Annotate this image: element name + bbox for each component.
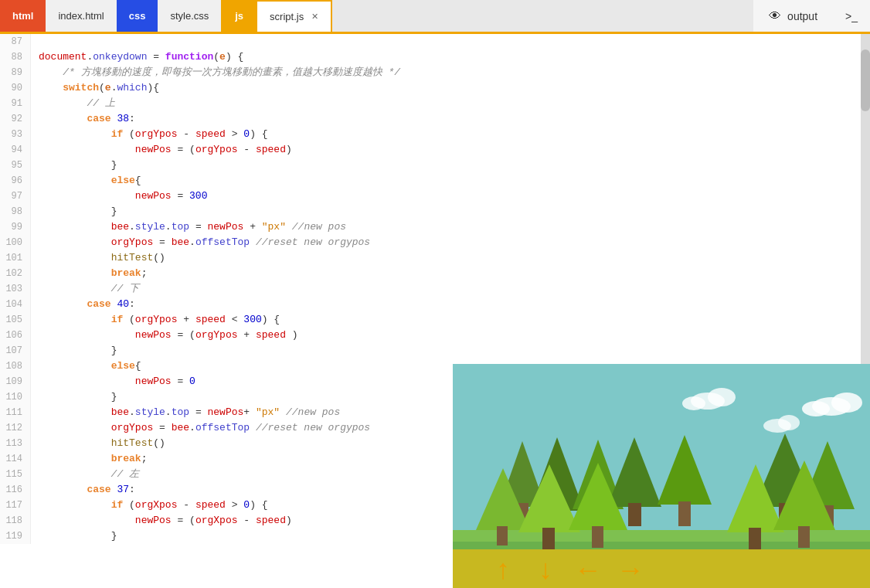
table-row: 117 if (orgXpos - speed > 0) { (0, 498, 443, 513)
line-num: 108 (0, 359, 31, 374)
line-num: 101 (0, 250, 31, 266)
table-row: 118 newPos = (orgXpos - speed) (0, 513, 443, 529)
svg-text:→: → (622, 556, 639, 587)
line-num: 94 (0, 142, 31, 158)
tab-js-label: js (235, 10, 243, 22)
table-row: 116 case 37: (0, 482, 443, 498)
line-num: 99 (0, 219, 31, 235)
line-num: 116 (0, 482, 31, 498)
line-num: 98 (0, 204, 31, 219)
output-tab[interactable]: 👁 output (753, 0, 833, 32)
table-row: 101 hitTest() (0, 250, 443, 266)
line-num: 107 (0, 343, 31, 359)
line-content: hitTest() (31, 436, 443, 451)
line-num: 103 (0, 281, 31, 297)
line-num: 93 (0, 127, 31, 142)
table-row: 114 break; (0, 451, 443, 467)
line-num: 111 (0, 405, 31, 420)
tab-js-lang[interactable]: js (221, 0, 257, 32)
line-content: /* 方塊移動的速度，即每按一次方塊移動的畫素，值越大移動速度越快 */ (31, 65, 443, 80)
line-content: if (orgXpos - speed > 0) { (31, 498, 443, 513)
svg-text:↓: ↓ (537, 556, 554, 587)
table-row: 103 // 下 (0, 281, 443, 297)
line-num: 88 (0, 49, 31, 65)
table-row: 92 case 38: (0, 111, 443, 127)
line-num: 118 (0, 513, 31, 529)
table-row: 108 else{ (0, 359, 443, 374)
table-row: 87 (0, 34, 443, 49)
tab-js-file[interactable]: script.js ✕ (257, 0, 332, 32)
line-content: break; (31, 451, 443, 467)
line-num: 96 (0, 173, 31, 189)
line-num: 110 (0, 389, 31, 405)
main-content: 87 88 document.onkeydown = function(e) {… (0, 34, 870, 588)
table-row: 94 newPos = (orgYpos - speed) (0, 142, 443, 158)
line-content: if (orgYpos + speed < 300) { (31, 312, 443, 328)
tab-html-lang[interactable]: html (0, 0, 46, 32)
table-row: 100 orgYpos = bee.offsetTop //reset new … (0, 235, 443, 250)
svg-rect-33 (749, 528, 761, 549)
line-num: 119 (0, 529, 31, 544)
tab-css-file[interactable]: style.css (158, 0, 221, 32)
line-num: 113 (0, 436, 31, 451)
line-content: else{ (31, 173, 443, 189)
line-content: // 左 (31, 467, 443, 482)
table-row: 110 } (0, 389, 443, 405)
line-content: newPos = (orgXpos - speed) (31, 513, 443, 529)
line-num: 115 (0, 467, 31, 482)
table-row: 104 case 40: (0, 297, 443, 312)
line-content: orgYpos = bee.offsetTop //reset new orgy… (31, 235, 443, 250)
line-content: switch(e.which){ (31, 80, 443, 96)
line-content: case 40: (31, 297, 443, 312)
right-panel: ↑ ↓ ← → ↑ ↓ ← → (443, 34, 861, 588)
line-content: document.onkeydown = function(e) { (31, 49, 443, 65)
svg-rect-27 (497, 526, 508, 546)
svg-rect-29 (542, 528, 555, 549)
tab-bar: html index.html css style.css js script.… (0, 0, 870, 34)
svg-rect-100 (453, 551, 870, 588)
table-row: 99 bee.style.top = newPos + "px" //new p… (0, 219, 443, 235)
svg-point-11 (778, 415, 800, 430)
console-icon: >_ (845, 10, 858, 22)
line-content: newPos = 0 (31, 374, 443, 389)
svg-rect-21 (678, 501, 691, 526)
code-editor[interactable]: 87 88 document.onkeydown = function(e) {… (0, 34, 443, 588)
line-num: 106 (0, 328, 31, 343)
tab-close-icon[interactable]: ✕ (311, 12, 318, 22)
line-content: case 38: (31, 111, 443, 127)
table-row: 119 } (0, 529, 443, 544)
line-num: 90 (0, 80, 31, 96)
line-content: orgYpos = bee.offsetTop //reset new orgy… (31, 420, 443, 436)
tab-js-filename: script.js (270, 11, 304, 22)
line-content: newPos = 300 (31, 189, 443, 204)
line-num: 92 (0, 111, 31, 127)
table-row: 96 else{ (0, 173, 443, 189)
svg-text:←: ← (579, 556, 596, 587)
table-row: 109 newPos = 0 (0, 374, 443, 389)
line-content: newPos = (orgYpos + speed ) (31, 328, 443, 343)
line-num: 91 (0, 96, 31, 111)
tab-css-lang[interactable]: css (117, 0, 158, 32)
line-content (31, 34, 443, 49)
console-tab[interactable]: >_ (833, 0, 870, 32)
svg-point-8 (708, 388, 736, 406)
table-row: 113 hitTest() (0, 436, 443, 451)
line-content: // 下 (31, 281, 443, 297)
table-row: 106 newPos = (orgYpos + speed ) (0, 328, 443, 343)
line-content: } (31, 158, 443, 173)
table-row: 88 document.onkeydown = function(e) { (0, 49, 443, 65)
line-content: // 上 (31, 96, 443, 111)
line-num: 112 (0, 420, 31, 436)
tab-html-label: html (12, 10, 33, 22)
tab-html-file[interactable]: index.html (46, 0, 116, 32)
line-content: } (31, 204, 443, 219)
table-row: 112 orgYpos = bee.offsetTop //reset new … (0, 420, 443, 436)
line-content: if (orgYpos - speed > 0) { (31, 127, 443, 142)
svg-point-6 (802, 401, 830, 416)
table-row: 98 } (0, 204, 443, 219)
table-row: 90 switch(e.which){ (0, 80, 443, 96)
code-lines: 87 88 document.onkeydown = function(e) {… (0, 34, 443, 544)
table-row: 102 break; (0, 266, 443, 281)
tab-css-label: css (129, 10, 146, 22)
line-num: 109 (0, 374, 31, 389)
